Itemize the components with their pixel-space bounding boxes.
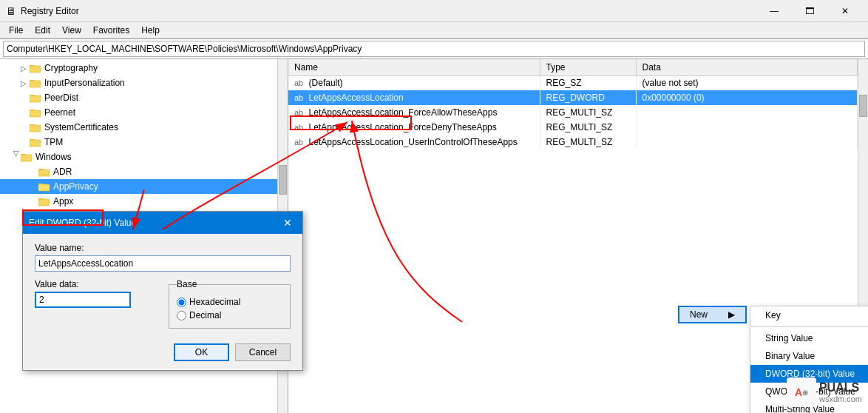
tree-item-cryptography[interactable]: ▷ Cryptography xyxy=(0,61,288,75)
hex-radio-text: Hexadecimal xyxy=(189,297,240,307)
expand-icon xyxy=(18,107,30,118)
menu-help[interactable]: Help xyxy=(135,24,166,37)
tree-item-peernet[interactable]: Peernet xyxy=(0,105,288,120)
tree-label: Peernet xyxy=(44,107,75,118)
tree-label: PeerDist xyxy=(44,93,78,103)
registry-name: ab LetAppsAccessLocation xyxy=(288,90,540,105)
tree-item-tpm[interactable]: TPM xyxy=(0,135,288,150)
expand-icon xyxy=(18,136,30,148)
tree-item-appprivacy[interactable]: AppPrivacy xyxy=(0,179,288,194)
svg-rect-22 xyxy=(38,169,50,176)
menu-bar: File Edit View Favorites Help xyxy=(0,22,868,38)
menu-favorites[interactable]: Favorites xyxy=(87,24,135,37)
close-button[interactable]: ✕ xyxy=(828,0,862,22)
new-submenu-button[interactable]: New ▶ xyxy=(678,306,747,323)
registry-row-letappsaccesslocation[interactable]: ab LetAppsAccessLocation REG_DWORD 0x000… xyxy=(288,90,858,105)
registry-name: ab (Default) xyxy=(288,75,540,90)
registry-type: REG_SZ xyxy=(540,75,636,90)
menu-edit[interactable]: Edit xyxy=(29,24,56,37)
reg-icon: ab xyxy=(294,108,303,117)
tree-item-windows[interactable]: ▷ Windows xyxy=(0,150,288,164)
right-panel: Name Type Data ab (Default) REG_SZ xyxy=(288,59,868,413)
address-input[interactable] xyxy=(3,41,865,57)
base-col: Base Hexadecimal Decimal xyxy=(169,279,291,329)
value-name-field: Value name: xyxy=(35,243,291,272)
value-data-input[interactable] xyxy=(35,292,131,308)
expand-icon xyxy=(27,181,38,192)
maximize-button[interactable]: 🗖 xyxy=(793,0,827,22)
registry-name: ab LetAppsAccessLocation_ForceAllowThese… xyxy=(288,105,540,120)
dec-radio-text: Decimal xyxy=(189,310,221,320)
context-menu-item-key[interactable]: Key xyxy=(750,306,868,324)
tree-label: InputPersonalization xyxy=(44,78,125,88)
reg-icon: ab xyxy=(294,123,303,132)
folder-icon-open xyxy=(21,152,33,162)
menu-file[interactable]: File xyxy=(3,24,29,37)
tree-label: ADR xyxy=(53,167,72,177)
registry-row-forcedeny[interactable]: ab LetAppsAccessLocation_ForceDenyTheseA… xyxy=(288,120,858,135)
svg-rect-25 xyxy=(38,184,50,191)
tree-label: AppPrivacy xyxy=(53,181,98,192)
value-data-col: Value data: xyxy=(35,279,157,308)
svg-rect-13 xyxy=(30,125,41,132)
dec-radio-label[interactable]: Decimal xyxy=(177,310,282,320)
registry-row-default[interactable]: ab (Default) REG_SZ (value not set) xyxy=(288,75,858,90)
right-scrollbar-thumb[interactable] xyxy=(859,95,867,117)
value-name-input[interactable] xyxy=(35,255,291,272)
svg-rect-7 xyxy=(30,95,41,102)
folder-icon xyxy=(30,122,41,132)
tree-item-peerdist[interactable]: PeerDist xyxy=(0,90,288,105)
watermark-logo: A ⊕ xyxy=(787,377,816,407)
folder-icon xyxy=(30,137,41,147)
menu-view[interactable]: View xyxy=(56,24,87,37)
registry-name: ab LetAppsAccessLocation_UserInControlOf… xyxy=(288,135,540,150)
expand-icon xyxy=(18,121,30,133)
reg-icon: ab xyxy=(294,78,303,87)
folder-icon xyxy=(38,181,50,192)
registry-data: 0x00000000 (0) xyxy=(636,90,858,105)
value-name-label: Value name: xyxy=(35,243,291,253)
dec-radio[interactable] xyxy=(177,311,186,320)
expand-icon: ▷ xyxy=(9,151,21,163)
tree-item-systemcertificates[interactable]: SystemCertificates xyxy=(0,120,288,135)
folder-icon xyxy=(30,63,41,73)
minimize-button[interactable]: — xyxy=(757,0,791,22)
tree-label: Windows xyxy=(35,152,72,162)
hex-radio-label[interactable]: Hexadecimal xyxy=(177,297,282,307)
address-bar xyxy=(0,38,868,59)
ok-button[interactable]: OK xyxy=(174,343,229,361)
dialog-close-button[interactable]: ✕ xyxy=(279,214,296,232)
dialog-data-row: Value data: Base Hexadecimal Decimal xyxy=(35,279,291,329)
svg-rect-16 xyxy=(30,140,41,147)
tree-item-appx[interactable]: Appx xyxy=(0,194,288,209)
tree-scrollbar-thumb[interactable] xyxy=(279,165,287,195)
new-label: New xyxy=(690,309,708,320)
hex-radio[interactable] xyxy=(177,298,186,307)
registry-type: REG_MULTI_SZ xyxy=(540,135,636,150)
tree-label: TPM xyxy=(44,137,63,147)
registry-name: ab LetAppsAccessLocation_ForceDenyTheseA… xyxy=(288,120,540,135)
cancel-button[interactable]: Cancel xyxy=(235,343,291,361)
context-menu-item-binary[interactable]: Binary Value xyxy=(750,347,868,365)
col-name: Name xyxy=(288,59,540,75)
folder-icon xyxy=(30,107,41,118)
expand-icon: ▷ xyxy=(18,77,30,89)
registry-data xyxy=(636,135,858,150)
expand-icon xyxy=(27,195,38,207)
registry-row-userincontrol[interactable]: ab LetAppsAccessLocation_UserInControlOf… xyxy=(288,135,858,150)
context-menu-item-string[interactable]: String Value xyxy=(750,329,868,347)
base-legend: Base xyxy=(177,279,197,289)
svg-rect-1 xyxy=(30,66,41,73)
registry-row-forceallow[interactable]: ab LetAppsAccessLocation_ForceAllowThese… xyxy=(288,105,858,120)
col-type: Type xyxy=(540,59,636,75)
expand-icon xyxy=(27,166,38,178)
expand-icon xyxy=(18,92,30,104)
tree-item-adr[interactable]: ADR xyxy=(0,164,288,179)
registry-type: REG_MULTI_SZ xyxy=(540,105,636,120)
folder-icon xyxy=(30,78,41,88)
expand-icon: ▷ xyxy=(18,62,30,74)
tree-label: SystemCertificates xyxy=(44,122,118,132)
folder-icon xyxy=(38,196,50,206)
tree-item-inputpersonalization[interactable]: ▷ InputPersonalization xyxy=(0,75,288,90)
watermark: A ⊕ PUALS wsxdm.com xyxy=(787,377,862,407)
